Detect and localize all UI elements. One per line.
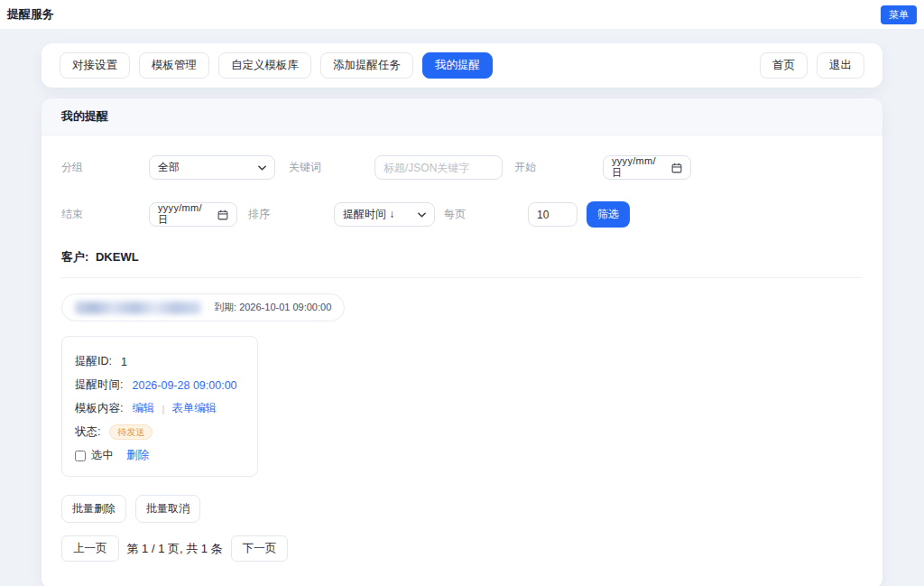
filter-row-1: 分组 全部 关键词 开始 yyyy/mm/日 <box>61 155 863 180</box>
template-content-label: 模板内容: <box>75 401 123 416</box>
due-label: 到期: <box>214 302 236 312</box>
divider <box>61 277 863 278</box>
status-label: 状态: <box>75 424 100 440</box>
reminder-time-row: 提醒时间: 2026-09-28 09:00:00 <box>75 377 245 393</box>
tab-my-reminders[interactable]: 我的提醒 <box>422 52 493 79</box>
template-content-row: 模板内容: 编辑 | 表单编辑 <box>75 401 245 416</box>
edit-link[interactable]: 编辑 <box>132 401 154 416</box>
sort-select[interactable]: 提醒时间 ↓ <box>334 202 435 227</box>
reminder-id-value: 1 <box>121 356 127 368</box>
nav-right-actions: 首页 退出 <box>760 52 864 79</box>
chevron-down-icon <box>418 212 426 218</box>
end-date-input[interactable]: yyyy/mm/日 <box>149 202 237 227</box>
status-row: 状态: 待发送 <box>75 424 245 440</box>
next-page-button[interactable]: 下一页 <box>231 535 289 562</box>
tab-add-reminder-task[interactable]: 添加提醒任务 <box>320 52 413 79</box>
due-value: 2026-10-01 09:00:00 <box>239 302 331 312</box>
batch-cancel-button[interactable]: 批量取消 <box>135 495 200 523</box>
tab-connection-settings[interactable]: 对接设置 <box>60 52 130 79</box>
batch-actions: 批量删除 批量取消 <box>61 495 863 523</box>
customer-heading: 客户: DKEWL <box>61 249 863 265</box>
topbar: 提醒服务 菜单 <box>0 0 924 29</box>
start-date-value: yyyy/mm/日 <box>612 155 666 180</box>
redacted-reminder-title <box>75 302 201 314</box>
per-page-label: 每页 <box>444 207 528 222</box>
panel-title: 我的提醒 <box>42 98 882 135</box>
reminder-time-label: 提醒时间: <box>75 377 123 393</box>
customer-label: 客户: <box>61 250 88 264</box>
nav-tabs: 对接设置 模板管理 自定义模板库 添加提醒任务 我的提醒 <box>60 52 493 79</box>
select-checkbox[interactable] <box>75 451 86 461</box>
due-text: 到期: 2026-10-01 09:00:00 <box>214 301 331 314</box>
page-info: 第 1 / 1 页, 共 1 条 <box>127 541 223 557</box>
select-row: 选中 删除 <box>75 448 245 463</box>
tab-custom-template-library[interactable]: 自定义模板库 <box>218 52 311 79</box>
logout-button[interactable]: 退出 <box>817 52 864 79</box>
app-title: 提醒服务 <box>7 6 54 23</box>
filter-row-2: 结束 yyyy/mm/日 排序 提醒时间 ↓ 每页 筛选 <box>61 201 863 228</box>
group-label: 分组 <box>61 160 149 175</box>
prev-page-button[interactable]: 上一页 <box>61 535 119 562</box>
chevron-down-icon <box>258 165 266 171</box>
keyword-input[interactable] <box>374 155 503 180</box>
delete-link[interactable]: 删除 <box>126 448 149 463</box>
form-edit-link[interactable]: 表单编辑 <box>171 401 217 416</box>
page-content: 对接设置 模板管理 自定义模板库 添加提醒任务 我的提醒 首页 退出 我的提醒 … <box>0 29 924 586</box>
batch-delete-button[interactable]: 批量删除 <box>61 495 126 523</box>
customer-name: DKEWL <box>96 250 139 264</box>
calendar-icon[interactable] <box>671 163 682 173</box>
home-button[interactable]: 首页 <box>760 52 808 79</box>
tab-template-management[interactable]: 模板管理 <box>139 52 209 79</box>
sort-select-value: 提醒时间 ↓ <box>343 207 394 222</box>
reminder-id-row: 提醒ID: 1 <box>75 354 245 369</box>
sort-label: 排序 <box>248 207 334 222</box>
end-date-value: yyyy/mm/日 <box>158 202 212 227</box>
status-badge: 待发送 <box>109 424 152 440</box>
calendar-icon[interactable] <box>217 209 228 220</box>
reminder-time-value[interactable]: 2026-09-28 09:00:00 <box>132 379 236 392</box>
reminder-pill[interactable]: 到期: 2026-10-01 09:00:00 <box>61 293 345 321</box>
my-reminders-panel: 我的提醒 分组 全部 关键词 开始 yyyy/mm/日 结束 <box>42 98 882 586</box>
pagination: 上一页 第 1 / 1 页, 共 1 条 下一页 <box>61 535 863 562</box>
reminder-card: 提醒ID: 1 提醒时间: 2026-09-28 09:00:00 模板内容: … <box>61 336 258 477</box>
keyword-label: 关键词 <box>289 160 374 175</box>
reminder-id-label: 提醒ID: <box>75 354 112 369</box>
link-separator: | <box>162 404 164 414</box>
select-label: 选中 <box>91 448 114 463</box>
filter-button[interactable]: 筛选 <box>587 201 630 228</box>
menu-button[interactable]: 菜单 <box>881 5 917 24</box>
start-date-label: 开始 <box>514 160 603 175</box>
end-date-label: 结束 <box>61 207 149 222</box>
per-page-input[interactable] <box>528 202 578 227</box>
group-select-value: 全部 <box>158 160 180 175</box>
group-select[interactable]: 全部 <box>149 155 275 180</box>
start-date-input[interactable]: yyyy/mm/日 <box>603 155 691 180</box>
nav-card: 对接设置 模板管理 自定义模板库 添加提醒任务 我的提醒 首页 退出 <box>42 43 882 88</box>
